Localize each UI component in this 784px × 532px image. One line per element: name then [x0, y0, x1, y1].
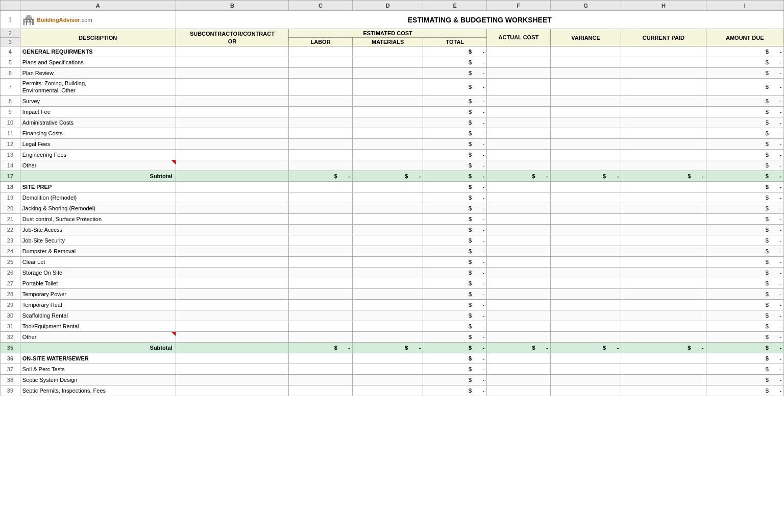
row-22: 22 Job-Site Access $ - $ - — [1, 224, 784, 235]
labor-header: LABOR — [289, 38, 353, 46]
soil-perc-desc: Soil & Perc Tests — [20, 364, 176, 374]
row-6: 6 Plan Review $ - $ - — [1, 68, 784, 79]
col-a-header: A — [20, 1, 176, 11]
col-f-header: F — [487, 1, 551, 11]
general-total-e: $ - — [423, 46, 487, 57]
row-28: 28 Temporary Power $ - $ - — [1, 288, 784, 299]
row-26: 26 Storage On Site $ - $ - — [1, 267, 784, 278]
row-7: 7 Permits: Zoning, Building,Environmenta… — [1, 79, 784, 96]
row-14: 14 Other $ - $ - — [1, 160, 784, 171]
portable-toilet-desc: Portable Toilet — [20, 278, 176, 288]
svg-rect-5 — [31, 20, 32, 21]
general-sub-f — [487, 46, 551, 57]
subtotal-general-label: Subtotal — [20, 171, 176, 181]
svg-rect-8 — [27, 22, 30, 25]
scaffolding-desc: Scaffolding Rental — [20, 310, 176, 321]
row-10: 10 Administrative Costs $ - $ - — [1, 117, 784, 128]
row-25: 25 Clear Lot $ - $ - — [1, 256, 784, 267]
worksheet-title: ESTIMATING & BUDGETING WORKSHEET — [176, 11, 783, 29]
row-20: 20 Jacking & Shoring (Remodel) $ - $ - — [1, 203, 784, 213]
plans-spec-desc: Plans and Specifications — [20, 57, 176, 68]
column-letters-row: A B C D E F G H I — [1, 1, 784, 11]
septic-design-desc: Septic System Design — [20, 374, 176, 385]
job-site-security-desc: Job-Site Security — [20, 235, 176, 246]
row-2-num: 2 — [1, 29, 20, 38]
plan-review-desc: Plan Review — [20, 68, 176, 79]
row-4-num: 4 — [1, 46, 20, 57]
row-1-num: 1 — [1, 11, 20, 29]
temp-heat-desc: Temporary Heat — [20, 299, 176, 310]
svg-rect-3 — [24, 20, 26, 21]
storage-onsite-desc: Storage On Site — [20, 267, 176, 278]
water-sewer-title: ON-SITE WATER/SEWER — [20, 353, 176, 364]
row-13: 13 Engineering Fees $ - $ - — [1, 149, 784, 160]
header-row-2: 2 DESCRIPTION SUBCONTRACTOR/CONTRACT OR … — [1, 29, 784, 38]
row-21: 21 Dust control, Surface Protection $ - … — [1, 213, 784, 224]
actual-cost-header: ACTUAL COST — [487, 29, 551, 46]
admin-costs-desc: Administrative Costs — [20, 117, 176, 128]
general-amount-i: $ - — [706, 46, 783, 57]
title-row: 1 — [1, 11, 784, 29]
amount-due-header: AMOUNT DUE — [706, 29, 783, 46]
general-requirements-title: GENERAL REQUIRMENTS — [20, 46, 176, 57]
row-30: 30 Scaffolding Rental $ - $ - — [1, 310, 784, 321]
col-b-header: B — [176, 1, 289, 11]
row-37: 37 Soil & Perc Tests $ - $ - — [1, 364, 784, 374]
demolition-desc: Demolition (Remodel) — [20, 192, 176, 203]
row-12: 12 Legal Fees $ - $ - — [1, 138, 784, 149]
row-9: 9 Impact Fee $ - $ - — [1, 106, 784, 117]
materials-header: MATERIALS — [352, 38, 423, 46]
svg-rect-2 — [27, 15, 30, 17]
svg-rect-6 — [24, 22, 26, 25]
spreadsheet: A B C D E F G H I 1 — [0, 0, 784, 532]
col-e-header: E — [423, 1, 487, 11]
general-sub-h — [621, 46, 706, 57]
section-site-prep-header: 18 SITE PREP $ - $ - — [1, 181, 784, 192]
engineering-fees-desc: Engineering Fees — [20, 149, 176, 160]
logo-text: BuildingAdvisor.com — [37, 17, 92, 23]
financing-costs-desc: Financing Costs — [20, 128, 176, 138]
row-31: 31 Tool/Equipment Rental $ - $ - — [1, 321, 784, 331]
row-27: 27 Portable Toilet $ - $ - — [1, 278, 784, 288]
section-water-sewer-header: 36 ON-SITE WATER/SEWER $ - $ - — [1, 353, 784, 364]
permits-desc: Permits: Zoning, Building,Environmental,… — [20, 79, 176, 96]
dumpster-desc: Dumpster & Removal — [20, 246, 176, 256]
svg-rect-1 — [26, 17, 32, 19]
row-32: 32 Other $ - $ - — [1, 331, 784, 342]
jacking-desc: Jacking & Shoring (Remodel) — [20, 203, 176, 213]
row-23: 23 Job-Site Security $ - $ - — [1, 235, 784, 246]
row-11: 11 Financing Costs $ - $ - — [1, 128, 784, 138]
legal-fees-desc: Legal Fees — [20, 138, 176, 149]
subtotal-site-prep-row: 35 Subtotal $ - $ - $ - $ - $ - $ - $ - — [1, 342, 784, 353]
impact-fee-desc: Impact Fee — [20, 106, 176, 117]
row-38: 38 Septic System Design $ - $ - — [1, 374, 784, 385]
row-19: 19 Demolition (Remodel) $ - $ - — [1, 192, 784, 203]
general-sub-c — [289, 46, 353, 57]
estimated-cost-header: ESTIMATED COST — [289, 29, 487, 38]
col-h-header: H — [621, 1, 706, 11]
svg-rect-7 — [31, 22, 32, 25]
subcontractor-header: SUBCONTRACTOR/CONTRACT OR — [176, 29, 289, 46]
clear-lot-desc: Clear Lot — [20, 256, 176, 267]
row-8: 8 Survey $ - $ - — [1, 95, 784, 106]
survey-desc: Survey — [20, 95, 176, 106]
row-39: 39 Septic Permits, Inspections, Fees $ -… — [1, 385, 784, 396]
col-i-header: I — [706, 1, 783, 11]
site-prep-title: SITE PREP — [20, 181, 176, 192]
subtotal-general-row: 17 Subtotal $ - $ - $ - $ - $ - $ - $ - — [1, 171, 784, 181]
general-sub-d — [352, 46, 423, 57]
row-29: 29 Temporary Heat $ - $ - — [1, 299, 784, 310]
building-icon — [22, 15, 35, 25]
section-general-header: 4 GENERAL REQUIRMENTS $ - $ - — [1, 46, 784, 57]
total-header: TOTAL — [423, 38, 487, 46]
general-sub-g — [550, 46, 621, 57]
svg-rect-4 — [28, 20, 29, 21]
general-sub-b — [176, 46, 289, 57]
current-paid-header: CURRENT PAID — [621, 29, 706, 46]
job-site-access-desc: Job-Site Access — [20, 224, 176, 235]
subtotal-site-prep-label: Subtotal — [20, 342, 176, 353]
worksheet-table: A B C D E F G H I 1 — [0, 0, 784, 396]
row-24: 24 Dumpster & Removal $ - $ - — [1, 246, 784, 256]
row-5: 5 Plans and Specifications $ - $ - — [1, 57, 784, 68]
row-3-num: 3 — [1, 38, 20, 46]
